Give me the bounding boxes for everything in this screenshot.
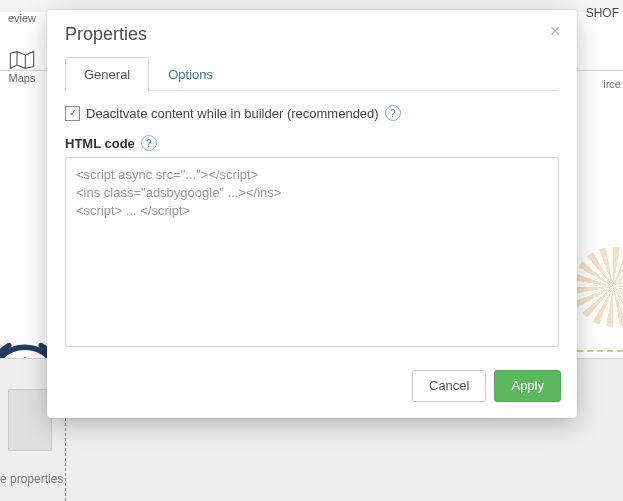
tab-general[interactable]: General: [65, 57, 149, 91]
tab-options[interactable]: Options: [149, 57, 232, 91]
help-icon[interactable]: ?: [385, 105, 401, 121]
deactivate-label: Deacitvate content while in builder (rec…: [86, 106, 379, 121]
sunburst-illustration: [573, 247, 623, 327]
bg-shop-fragment: SHOF: [586, 0, 623, 20]
modal-title: Properties: [65, 24, 147, 44]
html-code-textarea[interactable]: [65, 157, 559, 347]
deactivate-row: ✓ Deacitvate content while in builder (r…: [65, 105, 559, 121]
html-code-label-row: HTML code ?: [65, 135, 559, 151]
modal-header: Properties ×: [47, 10, 577, 51]
apply-button[interactable]: Apply: [494, 370, 561, 402]
modal-footer: Cancel Apply: [47, 358, 577, 418]
cancel-button[interactable]: Cancel: [412, 370, 486, 402]
close-icon[interactable]: ×: [545, 22, 565, 42]
toolbar-item-label: eview: [8, 12, 36, 24]
toolbar-item-label: Maps: [0, 72, 44, 84]
deactivate-checkbox[interactable]: ✓: [65, 106, 80, 121]
bg-source-fragment: irce: [603, 78, 621, 90]
properties-modal: Properties × General Options ✓ Deacitvat…: [47, 10, 577, 418]
map-icon: [8, 50, 36, 70]
tabs: General Options: [65, 57, 559, 91]
modal-body: General Options ✓ Deacitvate content whi…: [47, 51, 577, 358]
bottom-panel-label: e properties: [0, 472, 63, 486]
help-icon[interactable]: ?: [141, 135, 157, 151]
bottom-panel-thumb[interactable]: [8, 389, 52, 451]
toolbar-item-maps[interactable]: Maps: [0, 50, 44, 84]
html-code-label: HTML code: [65, 136, 135, 151]
toolbar-item-preview[interactable]: eview: [0, 12, 44, 24]
